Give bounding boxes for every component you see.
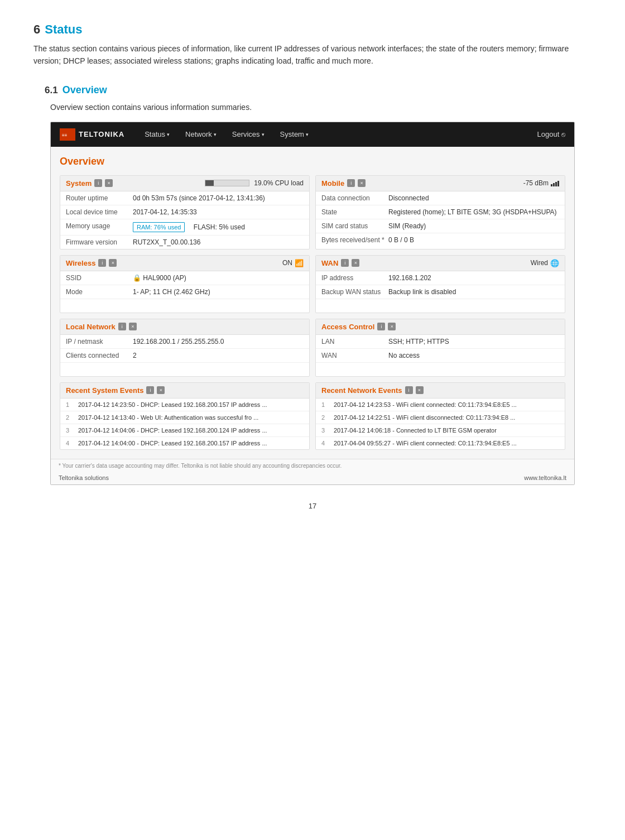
navbar-item-network[interactable]: Network ▾ <box>179 127 223 142</box>
row-value-backup-wan: Backup link is disabled <box>388 288 559 296</box>
navbar-item-status[interactable]: Status ▾ <box>138 127 176 142</box>
row-label-memory: Memory usage <box>66 222 133 230</box>
recent-sys-close-icon[interactable]: × <box>157 386 165 394</box>
system-panel-body: Router uptime 0d 0h 53m 57s (since 2017-… <box>60 191 309 249</box>
event-number: 4 <box>66 440 74 447</box>
list-item: 42017-04-04 09:55:27 - WiFi client conne… <box>316 437 565 449</box>
panel-row: Data connection Disconnected <box>316 191 565 205</box>
local-network-panel-title: Local Network <box>66 323 116 331</box>
section-title: Status <box>45 22 82 37</box>
event-text: 2017-04-12 14:06:18 - Connected to LT BI… <box>334 427 559 434</box>
local-network-info-icon[interactable]: i <box>118 323 126 330</box>
access-control-close-icon[interactable]: × <box>388 323 396 330</box>
mobile-signal-value: -75 dBm <box>523 179 549 187</box>
list-item: 12017-04-12 14:23:50 - DHCP: Leased 192.… <box>60 399 309 411</box>
navbar-item-system[interactable]: System ▾ <box>273 127 315 142</box>
access-control-panel-title: Access Control <box>321 323 374 331</box>
recent-net-close-icon[interactable]: × <box>416 386 424 394</box>
system-info-icon[interactable]: i <box>94 179 102 187</box>
subsection-number: 6.1 <box>45 85 58 96</box>
local-network-close-icon[interactable]: × <box>129 323 137 330</box>
navbar-brand: ≡≡ TELTONIKA <box>60 128 124 141</box>
wireless-close-icon[interactable]: × <box>109 259 117 267</box>
row-label-ip: IP address <box>321 274 388 282</box>
panel-row: Bytes received/sent * 0 B / 0 B <box>316 233 565 247</box>
system-close-icon[interactable]: × <box>105 179 113 187</box>
system-panel: System i × 19.0% CPU load <box>60 175 310 249</box>
wireless-info-icon[interactable]: i <box>98 259 106 267</box>
row-label-ssid: SSID <box>66 274 133 282</box>
mobile-close-icon[interactable]: × <box>358 179 366 187</box>
access-control-panel: Access Control i × LAN SSH; HTTP; HTTPS … <box>315 319 565 377</box>
recent-network-events-body: 12017-04-12 14:23:53 - WiFi client conne… <box>316 399 565 449</box>
chevron-down-icon: ▾ <box>167 132 170 137</box>
row-label-data-conn: Data connection <box>321 194 388 202</box>
system-cpu-header: 19.0% CPU load <box>205 179 304 187</box>
panel-row: Clients connected 2 <box>60 349 309 363</box>
access-control-info-icon[interactable]: i <box>377 323 385 330</box>
wifi-icon: 📶 <box>295 259 304 267</box>
navbar-brand-text: TELTONIKA <box>79 130 124 138</box>
wan-info-icon[interactable]: i <box>341 259 349 267</box>
panel-row: SIM card status SIM (Ready) <box>316 219 565 233</box>
row-label-time: Local device time <box>66 208 133 216</box>
logout-button[interactable]: Logout ⎋ <box>537 130 565 138</box>
row-value-lan: SSH; HTTP; HTTPS <box>388 338 559 345</box>
panels-grid: System i × 19.0% CPU load <box>60 175 565 450</box>
row-label-mode: Mode <box>66 288 133 296</box>
footer-note: * Your carrier's data usage accounting m… <box>59 463 566 469</box>
mobile-panel: Mobile i × -75 dBm <box>315 175 565 249</box>
navbar-item-services[interactable]: Services ▾ <box>225 127 271 142</box>
event-number: 2 <box>321 414 329 421</box>
navbar-nav: Status ▾ Network ▾ Services ▾ System ▾ <box>138 127 537 142</box>
row-label-firmware: Firmware version <box>66 238 133 246</box>
row-label-state: State <box>321 208 388 216</box>
recent-system-events-body: 12017-04-12 14:23:50 - DHCP: Leased 192.… <box>60 399 309 449</box>
wired-network-icon: 🌐 <box>550 259 559 267</box>
wan-close-icon[interactable]: × <box>352 259 359 267</box>
row-value-state: Registered (home); LT BITE GSM; 3G (HSDP… <box>388 208 559 216</box>
signal-bars-icon <box>551 180 559 186</box>
panel-row-memory: Memory usage RAM: 76% used FLASH: 5% use… <box>60 219 309 236</box>
recent-system-events-header-left: Recent System Events i × <box>66 386 165 395</box>
wireless-panel: Wireless i × ON 📶 SSID 🔒 HAL9000 (AP) <box>60 255 310 313</box>
page-number: 17 <box>33 502 592 510</box>
content-area: Overview System i × 19.0% C <box>51 147 574 459</box>
section-intro: The status section contains various piec… <box>33 42 592 68</box>
panel-row: IP address 192.168.1.202 <box>316 271 565 285</box>
system-panel-header: System i × 19.0% CPU load <box>60 176 309 191</box>
mobile-panel-body: Data connection Disconnected State Regis… <box>316 191 565 247</box>
recent-system-events-header: Recent System Events i × <box>60 383 309 399</box>
panel-row: Firmware version RUT2XX_T_00.00.136 <box>60 236 309 249</box>
subsection-intro: Overview section contains various inform… <box>50 103 592 112</box>
ram-indicator: RAM: 76% used <box>133 222 185 232</box>
system-panel-title: System <box>66 179 92 188</box>
mobile-info-icon[interactable]: i <box>347 179 355 187</box>
row-value-uptime: 0d 0h 53m 57s (since 2017-04-12, 13:41:3… <box>133 194 304 202</box>
panel-row: Backup WAN status Backup link is disable… <box>316 285 565 299</box>
navbar: ≡≡ TELTONIKA Status ▾ Network ▾ Services… <box>51 122 574 147</box>
recent-system-events-panel: Recent System Events i × 12017-04-12 14:… <box>60 382 310 450</box>
row-label-clients: Clients connected <box>66 352 133 359</box>
recent-sys-info-icon[interactable]: i <box>146 386 154 394</box>
wireless-panel-header-left: Wireless i × <box>66 259 117 267</box>
event-text: 2017-04-04 09:55:27 - WiFi client connec… <box>334 440 559 447</box>
recent-network-events-panel: Recent Network Events i × 12017-04-12 14… <box>315 382 565 450</box>
row-label-netmask: IP / netmask <box>66 338 133 345</box>
row-label-bytes: Bytes received/sent * <box>321 236 388 244</box>
row-value-memory: RAM: 76% used FLASH: 5% used <box>133 222 304 232</box>
wan-type-label: Wired <box>531 259 548 267</box>
cpu-bar-fill <box>205 180 214 186</box>
recent-net-info-icon[interactable]: i <box>405 386 413 394</box>
event-number: 3 <box>321 427 329 434</box>
wan-panel: WAN i × Wired 🌐 IP address 192.168.1.202 <box>315 255 565 313</box>
access-control-panel-body: LAN SSH; HTTP; HTTPS WAN No access <box>316 335 565 376</box>
recent-system-events-title: Recent System Events <box>66 386 143 395</box>
wireless-panel-body: SSID 🔒 HAL9000 (AP) Mode 1- AP; 11 CH (2… <box>60 271 309 313</box>
recent-network-events-header: Recent Network Events i × <box>316 383 565 399</box>
overview-title: Overview <box>60 156 565 167</box>
panel-row: SSID 🔒 HAL9000 (AP) <box>60 271 309 285</box>
local-network-panel: Local Network i × IP / netmask 192.168.2… <box>60 319 310 377</box>
event-text: 2017-04-12 14:23:53 - WiFi client connec… <box>334 401 559 408</box>
section-number: 6 <box>33 22 40 37</box>
